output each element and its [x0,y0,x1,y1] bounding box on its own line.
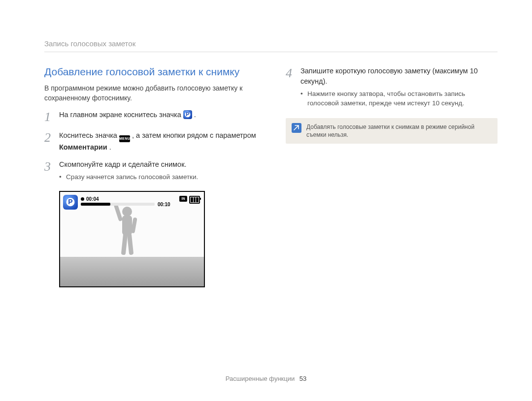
program-mode-icon [183,110,192,119]
step-2-text-after: . [109,143,111,151]
step-2-body: Коснитесь значка MENU , а затем кнопки р… [59,130,256,153]
step-1-text-before: На главном экране коснитесь значка [59,111,183,119]
step-number: 3 [44,159,59,184]
step-number: 4 [286,66,300,110]
step-1-text-after: . [194,111,196,119]
step-number: 2 [44,130,59,153]
step-4-text: Запишите короткую голосовую заметку (мак… [300,67,478,85]
camera-preview: 00:04 00:10 IN [59,191,205,287]
step-2-text-before: Коснитесь значка [59,131,119,139]
step-3: 3 Скомпонуйте кадр и сделайте снимок. Ср… [44,159,256,184]
content-columns: Добавление голосовой заметки к снимку В … [44,63,498,287]
steps-list-left: 1 На главном экране коснитесь значка . 2… [44,110,256,184]
step-3-bullets: Сразу начнется запись голосовой заметки. [59,170,256,182]
page-title: Добавление голосовой заметки к снимку [44,66,256,78]
memory-icon: IN [179,196,187,202]
step-2-bold: Комментарии [59,143,107,151]
note-text: Добавлять голосовые заметки к снимкам в … [306,123,492,139]
preview-program-icon [63,195,78,210]
preview-progress-bar [81,203,155,206]
left-column: Добавление голосовой заметки к снимку В … [44,63,256,287]
bullet-item: Нажмите кнопку затвора, чтобы остановить… [300,90,498,108]
preview-total: 00:10 [158,202,170,207]
step-2-text-mid: , а затем кнопки рядом с параметром [132,131,256,139]
menu-icon: MENU [119,135,130,142]
step-4-bullets: Нажмите кнопку затвора, чтобы остановить… [300,87,498,108]
page-footer: Расширенные функции 53 [0,375,532,382]
preview-recording-indicator: 00:04 [81,196,99,202]
step-2: 2 Коснитесь значка MENU , а затем кнопки… [44,130,256,153]
step-1-body: На главном экране коснитесь значка . [59,110,256,123]
note-box: Добавлять голосовые заметки к снимкам в … [286,118,498,144]
steps-list-right: 4 Запишите короткую голосовую заметку (м… [286,66,498,110]
svg-rect-1 [122,216,132,235]
bullet-item: Сразу начнется запись голосовой заметки. [59,173,256,182]
step-3-body: Скомпонуйте кадр и сделайте снимок. Сраз… [59,159,256,184]
step-4-body: Запишите короткую голосовую заметку (мак… [300,66,498,110]
step-number: 1 [44,110,59,123]
preview-elapsed: 00:04 [86,196,99,202]
section-header: Запись голосовых заметок [44,39,498,52]
record-dot-icon [81,197,84,201]
step-1: 1 На главном экране коснитесь значка . [44,110,256,123]
svg-rect-5 [127,233,134,255]
preview-status-icons: IN [179,196,200,204]
battery-icon [189,196,200,204]
footer-page-number: 53 [299,375,306,382]
preview-person-silhouette [107,205,147,258]
footer-label: Расширенные функции [226,375,295,382]
step-4: 4 Запишите короткую голосовую заметку (м… [286,66,498,110]
progress-fill [81,203,110,206]
step-3-text: Скомпонуйте кадр и сделайте снимок. [59,160,187,168]
svg-point-0 [122,207,132,216]
svg-rect-4 [121,233,128,255]
preview-ground [60,257,204,286]
svg-rect-2 [114,205,123,221]
manual-page: Запись голосовых заметок Добавление голо… [0,0,532,401]
note-icon [292,123,301,133]
intro-text: В программном режиме можно добавить голо… [44,84,256,103]
right-column: 4 Запишите короткую голосовую заметку (м… [286,63,498,287]
